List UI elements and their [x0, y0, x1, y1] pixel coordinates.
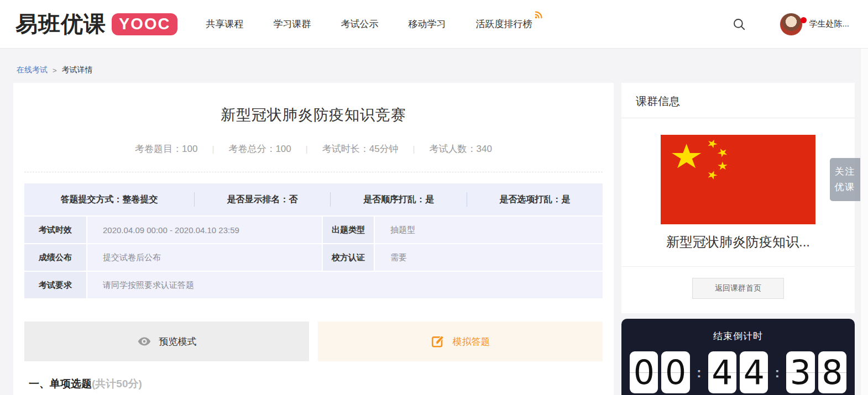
countdown-minutes-ones: 4	[740, 351, 768, 393]
countdown-seconds-ones: 8	[818, 351, 846, 393]
exam-detail-card: 新型冠状肺炎防疫知识竞赛 考卷题目100 | 考卷总分100 | 考试时长45分…	[13, 83, 614, 395]
eye-icon	[137, 334, 151, 349]
top-navbar: 易班优课 YOOC 共享课程 学习课群 考试公示 移动学习 活跃度排行榜 学生处…	[0, 0, 868, 49]
nav-shared-courses[interactable]: 共享课程	[191, 12, 258, 36]
nav-mobile-learning[interactable]: 移动学习	[393, 12, 461, 36]
nav-activity-ranking[interactable]: 活跃度排行榜	[461, 12, 547, 36]
course-info-title: 课群信息	[621, 83, 855, 118]
nav-exam-publicity[interactable]: 考试公示	[326, 12, 393, 36]
detail-label-question-type: 出题类型	[323, 217, 374, 243]
detail-label-requirements: 考试要求	[24, 272, 86, 298]
course-info-card: 课群信息 新型冠状肺炎防疫知识... 返回课群首页	[621, 83, 855, 313]
setting-shuffle-options: 是否选项打乱是	[467, 194, 603, 206]
course-cover-image-china-flag[interactable]	[661, 135, 815, 224]
follow-course-label: 关注优课	[835, 164, 856, 195]
countdown-colon: :	[775, 364, 780, 381]
user-avatar[interactable]	[780, 13, 803, 36]
user-name[interactable]: 学生处陈...	[809, 19, 849, 29]
yooc-logo[interactable]: 易班优课 YOOC	[15, 9, 177, 39]
exam-settings-row: 答题提交方式整卷提交 是否显示排名否 是否顺序打乱是 是否选项打乱是	[24, 183, 603, 215]
detail-value-school-auth: 需要	[375, 244, 603, 271]
section-single-choice: 一、单项选题(共计50分)	[24, 377, 603, 391]
edit-pencil-icon	[431, 334, 445, 349]
detail-value-requirements: 请同学按照要求认证答题	[87, 272, 603, 298]
simulate-answer-button[interactable]: 模拟答题	[318, 322, 603, 361]
detail-value-question-type: 抽题型	[375, 217, 603, 243]
countdown-colon: :	[697, 364, 702, 381]
stat-separator: |	[413, 144, 415, 154]
header-right: 学生处陈...	[732, 13, 849, 36]
notification-dot	[801, 17, 807, 23]
countdown-minutes-tens: 4	[708, 351, 736, 393]
detail-label-validity: 考试时效	[24, 217, 86, 243]
setting-submit-mode: 答题提交方式整卷提交	[24, 194, 194, 206]
detail-row-validity: 考试时效 2020.04.09 00:00 - 2020.04.10 23:59…	[24, 217, 603, 243]
logo-badge: YOOC	[112, 13, 177, 35]
countdown-hours-ones: 0	[661, 351, 689, 393]
stat-total-score: 考卷总分100	[228, 143, 291, 155]
scrollbar-track[interactable]	[860, 0, 868, 395]
exam-stats: 考卷题目100 | 考卷总分100 | 考试时长45分钟 | 考试人数340	[24, 143, 603, 155]
setting-shuffle-questions: 是否顺序打乱是	[331, 194, 466, 206]
countdown-clock: 0 0 : 4 4 : 3 8	[628, 351, 848, 393]
stat-participants: 考试人数340	[430, 143, 492, 155]
preview-mode-button[interactable]: 预览模式	[24, 322, 309, 361]
countdown-card: 结束倒计时 0 0 : 4 4 : 3 8	[621, 319, 855, 395]
setting-show-ranking: 是否显示排名否	[195, 194, 330, 206]
preview-mode-label: 预览模式	[159, 335, 197, 348]
dashed-divider	[24, 172, 603, 172]
detail-label-score-release: 成绩公布	[24, 244, 86, 271]
sidebar: 课群信息 新型冠状肺炎防疫知识... 返回课群首页 结束倒计时 0 0 :	[621, 83, 855, 395]
hot-signal-icon	[534, 10, 543, 19]
detail-row-requirements: 考试要求 请同学按照要求认证答题	[24, 272, 603, 298]
breadcrumb-exam-detail: 考试详情	[62, 65, 93, 75]
breadcrumb: 在线考试 > 考试详情	[0, 49, 868, 83]
simulate-answer-label: 模拟答题	[453, 335, 490, 348]
stat-separator: |	[212, 144, 214, 154]
detail-value-validity: 2020.04.09 00:00 - 2020.04.10 23:59	[87, 217, 322, 243]
section-title: 一、单项选题	[29, 378, 92, 389]
detail-row-score-release: 成绩公布 提交试卷后公布 校方认证 需要	[24, 244, 603, 271]
nav-study-groups[interactable]: 学习课群	[258, 12, 326, 36]
stat-question-count: 考卷题目100	[135, 143, 197, 155]
countdown-seconds-tens: 3	[786, 351, 814, 393]
nav-activity-ranking-label: 活跃度排行榜	[475, 19, 532, 29]
countdown-label: 结束倒计时	[628, 330, 848, 343]
info-divider	[621, 266, 855, 267]
exam-title: 新型冠状肺炎防疫知识竞赛	[24, 105, 603, 125]
back-to-course-home-button[interactable]: 返回课群首页	[692, 278, 784, 299]
stat-separator: |	[306, 144, 308, 154]
countdown-hours-tens: 0	[630, 351, 658, 393]
breadcrumb-online-exam[interactable]: 在线考试	[17, 65, 48, 75]
main-nav: 共享课程 学习课群 考试公示 移动学习 活跃度排行榜	[191, 12, 547, 36]
detail-value-score-release: 提交试卷后公布	[87, 244, 322, 271]
search-icon[interactable]	[732, 17, 746, 31]
stat-duration: 考试时长45分钟	[322, 143, 399, 155]
logo-text: 易班优课	[15, 9, 106, 39]
detail-label-school-auth: 校方认证	[323, 244, 374, 271]
section-points: (共计50分)	[92, 378, 142, 389]
follow-course-tab[interactable]: 关注优课	[830, 158, 860, 201]
exam-actions: 预览模式 模拟答题	[24, 322, 603, 361]
sidebar-course-title: 新型冠状肺炎防疫知识...	[621, 233, 855, 251]
page-content: 新型冠状肺炎防疫知识竞赛 考卷题目100 | 考卷总分100 | 考试时长45分…	[0, 83, 868, 395]
breadcrumb-separator: >	[53, 66, 57, 75]
